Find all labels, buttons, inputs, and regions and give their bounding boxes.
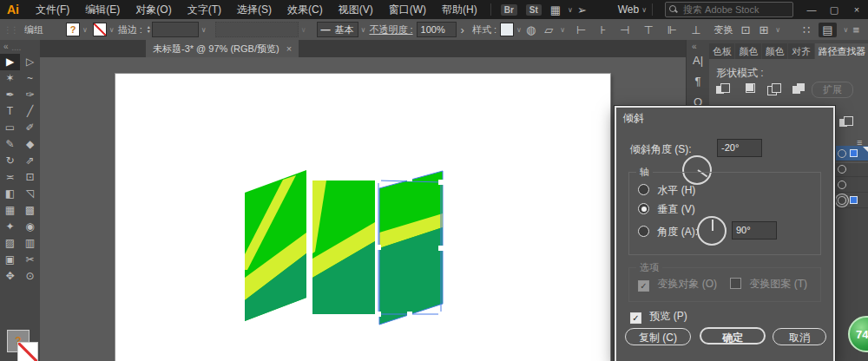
axis-angle-dial[interactable] [697, 216, 727, 246]
ok-button[interactable]: 确定 [700, 327, 766, 345]
layer-row-selected[interactable] [832, 146, 868, 161]
minus-front-icon[interactable] [741, 83, 755, 95]
curvature-tool[interactable]: ✑ [20, 87, 40, 103]
chevron-down-icon[interactable]: ∨ [568, 6, 573, 14]
pen-tool[interactable]: ✒ [0, 87, 20, 103]
recolor-artwork-icon[interactable]: ◍ [526, 23, 536, 36]
expand-button[interactable]: 扩展 [812, 82, 853, 98]
eyedropper-tool[interactable]: ✦ [0, 219, 20, 235]
menu-edit[interactable]: 编辑(E) [77, 3, 128, 16]
selection-indicator[interactable] [850, 149, 858, 157]
exclude-icon[interactable] [792, 83, 806, 95]
stroke-color-swatch[interactable] [93, 23, 107, 36]
layer-row[interactable] [832, 161, 868, 177]
align-vertical-middle-icon[interactable]: ⊩ [667, 23, 682, 36]
menu-window[interactable]: 窗口(W) [381, 3, 434, 16]
isolate-icon[interactable]: ⊞ [759, 23, 768, 36]
stroke-weight-value[interactable] [152, 22, 199, 37]
copy-button[interactable]: 复制 (C) [625, 328, 691, 345]
chevron-down-icon[interactable]: ∨ [109, 26, 115, 34]
pasteboard[interactable] [40, 57, 686, 361]
handle-mid-right[interactable] [438, 246, 444, 251]
axis-vertical-option[interactable]: 垂直 (V) [638, 202, 695, 217]
pathfinder-divide-icon[interactable] [839, 116, 853, 128]
free-transform-tool[interactable]: ⊡ [20, 169, 40, 186]
radio-horizontal[interactable] [638, 184, 649, 195]
gradient-tool[interactable]: ▩ [20, 202, 40, 219]
menu-object[interactable]: 对象(O) [128, 3, 179, 16]
menu-effect[interactable]: 效果(C) [279, 3, 331, 16]
tab-swatches[interactable]: 色板 [709, 43, 734, 59]
cancel-button[interactable]: 取消 [773, 328, 826, 345]
shear-angle-input[interactable]: -20° [717, 139, 762, 157]
type-tool[interactable]: T [0, 103, 20, 120]
workspace-switcher[interactable]: Web [618, 3, 639, 16]
handle-bottom-left[interactable] [376, 312, 381, 317]
tab-align[interactable]: 对齐 [788, 43, 813, 59]
line-segment-tool[interactable]: ╱ [20, 103, 40, 120]
arrange-icon[interactable]: ⊡ [741, 23, 751, 36]
stroke-weight-stepper[interactable]: ▴ ▾ [148, 25, 150, 34]
menu-select[interactable]: 选择(S) [229, 3, 279, 16]
handle-bottom-right[interactable] [438, 312, 444, 317]
shape-builder-tool[interactable]: ◧ [0, 186, 20, 202]
perspective-grid-tool[interactable]: ◹ [20, 186, 40, 202]
close-tab-icon[interactable]: × [286, 43, 292, 54]
opacity-value[interactable]: 100% [417, 22, 457, 37]
handle-top-right[interactable] [438, 180, 444, 185]
symbol-sprayer-tool[interactable]: ▨ [0, 235, 20, 252]
align-vertical-top-icon[interactable]: ⊤ [644, 23, 659, 36]
opacity-label[interactable]: 不透明度 : [369, 23, 412, 36]
zoom-tool[interactable]: ⊙ [20, 268, 40, 285]
character-panel-icon[interactable]: A| [687, 50, 709, 71]
fill-color-swatch[interactable]: ? [66, 23, 80, 36]
step-down-icon[interactable]: ▾ [148, 30, 150, 34]
radio-angle[interactable] [638, 226, 649, 237]
direct-selection-tool[interactable]: ▷ [20, 54, 40, 70]
chevron-down-icon[interactable]: ∨ [560, 26, 565, 34]
menu-help[interactable]: 帮助(H) [434, 3, 485, 16]
menu-view[interactable]: 视图(V) [331, 3, 381, 16]
stock-button[interactable]: St [526, 4, 542, 16]
mesh-tool[interactable]: ▦ [0, 202, 20, 219]
style-swatch[interactable] [500, 23, 514, 36]
layer-row[interactable] [832, 177, 868, 193]
dots-icon[interactable]: ∷ [803, 23, 810, 36]
rotate-tool[interactable]: ↻ [0, 153, 20, 169]
align-horizontal-left-icon[interactable]: ⊢ [576, 23, 591, 36]
selection-indicator[interactable] [850, 196, 858, 204]
target-icon[interactable] [838, 180, 846, 189]
handle-top-left[interactable] [376, 178, 381, 183]
opacity-chevron-icon[interactable]: › [461, 23, 464, 36]
checkbox-preview[interactable]: ✓ [630, 312, 641, 324]
target-icon[interactable] [838, 149, 846, 158]
stroke-profile-dropdown[interactable]: — 基本 [317, 22, 358, 37]
tab-pathfinder[interactable]: 路径查找器 [815, 43, 868, 59]
launch-icon[interactable]: ➢ [577, 3, 587, 16]
axis-angle-option[interactable]: 角度 (A): [638, 225, 698, 240]
column-graph-tool[interactable]: ▥ [20, 235, 40, 252]
paragraph-panel-icon[interactable]: ¶ [687, 71, 709, 92]
selection-tool[interactable]: ▶ [0, 54, 20, 70]
eraser-tool[interactable]: ◆ [20, 136, 40, 153]
paintbrush-tool[interactable]: ✐ [20, 120, 40, 136]
document-tab[interactable]: 未标题-3* @ 97% (RGB/预览) × [146, 40, 299, 57]
axis-angle-input[interactable]: 90° [732, 221, 777, 240]
chevron-down-icon[interactable]: ∨ [82, 26, 88, 34]
shaper-tool[interactable]: ✎ [0, 136, 20, 153]
chevron-down-icon[interactable]: ∨ [516, 26, 522, 34]
artboard-tool[interactable]: ▣ [0, 252, 20, 268]
scale-tool[interactable]: ⇗ [20, 153, 40, 169]
rectangle-tool[interactable]: ▭ [0, 120, 20, 136]
chevron-down-icon[interactable]: ∨ [201, 26, 207, 34]
target-icon[interactable] [838, 165, 846, 174]
close-button[interactable]: × [845, 0, 868, 19]
chevron-down-icon[interactable]: ∨ [844, 26, 849, 34]
slice-tool[interactable]: ✂ [20, 252, 40, 268]
shape-properties-icon[interactable]: ▱ [544, 23, 553, 36]
unite-icon[interactable] [716, 83, 730, 95]
list-icon[interactable]: ≡ [852, 23, 859, 36]
panel-mode-icon[interactable]: ▤ [819, 23, 836, 37]
handle-mid-left[interactable] [376, 245, 381, 250]
menu-type[interactable]: 文字(T) [180, 3, 229, 16]
